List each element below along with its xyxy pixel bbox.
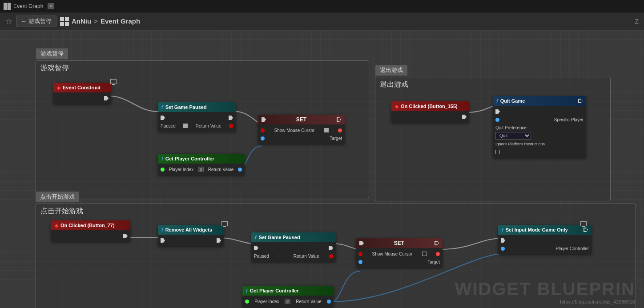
fn-icon-gpc1: f <box>161 156 163 161</box>
quit-dropdown[interactable]: Quit <box>495 132 531 140</box>
sgp2-exec-out[interactable] <box>329 246 333 250</box>
on-clicked-155-body <box>391 111 469 123</box>
quit-ignore-row: Ignore Platform Restrictions <box>495 140 584 148</box>
set-game-paused-2-node[interactable]: f Set Game Paused Paused Return Value <box>251 232 336 262</box>
sgp2-exec-row <box>254 244 333 252</box>
set2-exec-in[interactable] <box>359 241 364 245</box>
set1-mouse-check[interactable] <box>324 128 329 132</box>
set2-mouse-row: Show Mouse Cursor <box>358 250 440 258</box>
on-clicked-155-label: On Clicked (Button_155) <box>401 104 458 109</box>
on-clicked-77-node[interactable]: ◆ On Clicked (Button_77) <box>51 220 130 242</box>
breadcrumb-chevron: > <box>94 17 98 25</box>
remove-all-widgets-node[interactable]: f Remove All Widgets <box>158 225 224 246</box>
set2-target-label: Target <box>427 260 440 264</box>
set-game-paused-1-header: f Set Game Paused <box>158 102 236 112</box>
gpc1-return-pin[interactable] <box>238 168 242 172</box>
set-input-mode-node[interactable]: f Set Input Mode Game Only Player Contro… <box>498 225 592 254</box>
close-button[interactable]: × <box>48 3 54 9</box>
raw-exec-row <box>161 236 221 244</box>
on-clicked-155-header: ◆ On Clicked (Button_155) <box>391 101 469 111</box>
sgp2-exec-in[interactable] <box>254 246 258 250</box>
group2-title: 退出游戏 <box>375 77 610 92</box>
get-player-ctrl-2-node[interactable]: f Get Player Controller Player Index 0 R… <box>242 286 334 307</box>
event-construct-node[interactable]: ◆ Event Construct <box>53 83 111 104</box>
sim-exec-in[interactable] <box>501 238 505 243</box>
exec-out-pin[interactable] <box>104 96 109 100</box>
sgp1-exec-in[interactable] <box>161 116 165 120</box>
monitor-icon-1 <box>110 79 117 84</box>
set1-mouse-row: Show Mouse Cursor <box>261 126 342 134</box>
on-clicked-77-header: ◆ On Clicked (Button_77) <box>51 220 130 230</box>
nav-bar: ☆ ← 游戏暂停 AnNiu > Event Graph Z <box>0 12 644 30</box>
fn-icon-sim: f <box>502 227 503 232</box>
gpc2-index-val: 0 <box>285 299 290 304</box>
set1-exec-in[interactable] <box>262 117 266 122</box>
raw-exec-in[interactable] <box>161 238 165 243</box>
sgp2-paused-check[interactable] <box>279 254 283 258</box>
set2-target-in[interactable] <box>358 260 362 264</box>
quit-specific-in[interactable] <box>495 118 499 122</box>
set-2-header: SET <box>356 238 443 248</box>
gpc1-return-label: Return Value <box>208 167 234 172</box>
get-player-ctrl-1-node[interactable]: f Get Player Controller Player Index 0 R… <box>158 154 245 175</box>
sgp2-paused-row: Paused Return Value <box>254 252 333 260</box>
sgp1-exec-row <box>161 114 233 122</box>
quit-exec-out[interactable] <box>578 99 583 103</box>
set2-out-pin[interactable] <box>436 252 440 256</box>
quit-game-label: Quit Game <box>500 98 525 104</box>
blueprint-canvas[interactable]: 游戏暂停 游戏暂停 ◆ Event Construct f Set Game P… <box>0 30 644 308</box>
monitor-icon-2 <box>221 221 228 226</box>
sgp1-exec-out[interactable] <box>229 116 233 120</box>
fn-icon-quit: f <box>496 98 498 104</box>
set-2-node[interactable]: SET Show Mouse Cursor Target <box>356 238 443 268</box>
event-diamond-155: ◆ <box>395 104 398 109</box>
set1-exec-out[interactable] <box>337 117 341 122</box>
raw-exec-out[interactable] <box>217 238 221 243</box>
set-2-body: Show Mouse Cursor Target <box>356 248 443 268</box>
set2-mouse-check[interactable] <box>422 252 427 256</box>
sgp1-return-label: Return Value <box>196 124 221 128</box>
set-2-label: SET <box>366 240 432 246</box>
set1-mouse-in[interactable] <box>261 128 265 132</box>
gpc2-return-pin[interactable] <box>327 300 331 304</box>
sim-pc-in[interactable] <box>501 247 505 251</box>
set-input-mode-body: Player Controller <box>498 235 592 254</box>
bookmark-icon[interactable]: ☆ <box>5 16 12 26</box>
set1-target-in[interactable] <box>261 136 265 140</box>
set2-exec-out[interactable] <box>435 241 439 245</box>
on-clicked-155-node[interactable]: ◆ On Clicked (Button_155) <box>391 101 469 123</box>
sgp2-return-label: Return Value <box>294 254 319 259</box>
set2-mouse-label: Show Mouse Cursor <box>372 252 412 256</box>
set-1-node[interactable]: SET Show Mouse Cursor Target <box>258 115 345 144</box>
group1-tab: 游戏暂停 <box>36 48 68 59</box>
sgp2-return-pin[interactable] <box>329 254 333 258</box>
quit-game-node[interactable]: f Quit Game Specific Player Quit Prefere… <box>493 96 586 158</box>
oc77-exec-row <box>54 232 128 240</box>
sim-exec-out[interactable] <box>584 228 588 232</box>
oc77-exec-out[interactable] <box>123 234 128 238</box>
set-game-paused-1-node[interactable]: f Set Game Paused Paused Return Value <box>158 102 236 132</box>
url-text: https://blog.csdn.net/qq_42986916 <box>560 299 635 304</box>
on-clicked-77-body <box>51 230 130 242</box>
get-player-ctrl-2-body: Player Index 0 Return Value <box>242 296 334 307</box>
set2-target-row: Target <box>358 258 440 266</box>
gpc1-index-in[interactable] <box>161 168 165 172</box>
blueprint-icon <box>60 17 69 26</box>
event-construct-body <box>53 92 111 104</box>
quit-ignore-check-row <box>495 148 584 156</box>
quit-specific-row: Specific Player <box>495 116 584 124</box>
back-button[interactable]: ← 游戏暂停 <box>16 16 56 27</box>
set2-mouse-in[interactable] <box>358 252 362 256</box>
nav-right-label: Z <box>635 18 639 25</box>
quit-ignore-check[interactable] <box>495 150 500 154</box>
set1-out-pin[interactable] <box>338 128 342 132</box>
sgp1-return-pin[interactable] <box>229 124 233 128</box>
sgp1-paused-check[interactable] <box>183 124 188 128</box>
quit-dropdown-row: Quit <box>495 132 584 140</box>
set-game-paused-1-label: Set Game Paused <box>165 104 207 110</box>
oc155-exec-out[interactable] <box>462 115 467 119</box>
quit-exec-in[interactable] <box>495 109 500 114</box>
gpc2-index-in[interactable] <box>245 300 249 304</box>
set-1-body: Show Mouse Cursor Target <box>258 124 345 144</box>
gpc2-row: Player Index 0 Return Value <box>245 297 331 305</box>
